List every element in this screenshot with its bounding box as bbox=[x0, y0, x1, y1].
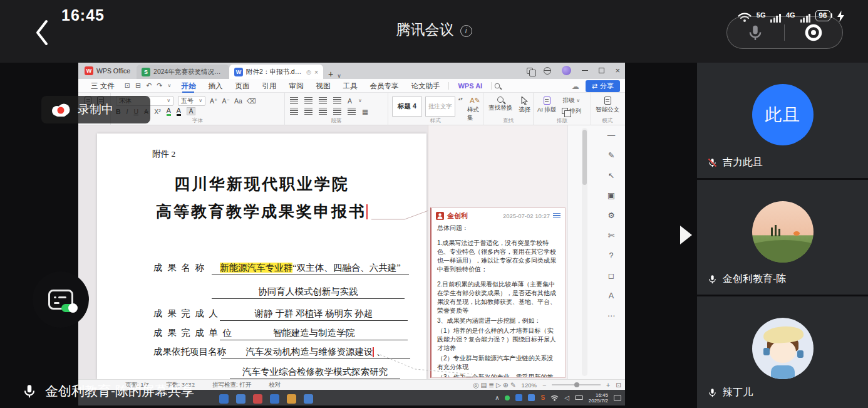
align-center-icon[interactable] bbox=[304, 108, 313, 115]
ai-layout-button[interactable]: AI 排版 bbox=[537, 97, 557, 114]
menu-home[interactable]: 开始 bbox=[175, 79, 202, 93]
minimize-button[interactable] bbox=[582, 70, 588, 71]
menu-paper-helper[interactable]: 论文助手 bbox=[405, 79, 446, 93]
tab-protect-icon[interactable]: ◎ bbox=[306, 69, 311, 75]
decrease-font-icon[interactable]: A⁻ bbox=[222, 97, 230, 105]
maximize-button[interactable] bbox=[599, 68, 604, 73]
comment-menu-icon[interactable] bbox=[553, 213, 561, 219]
sidebar-expand-arrow[interactable] bbox=[680, 226, 692, 244]
vertical-scrollbar[interactable] bbox=[582, 128, 587, 376]
side-tool-icon[interactable]: ◻ bbox=[608, 272, 614, 280]
proofread-button[interactable]: 校对 bbox=[269, 381, 281, 389]
side-tool-icon[interactable]: ▣ bbox=[607, 192, 615, 200]
align-right-icon[interactable] bbox=[319, 108, 327, 115]
taskbar-app-icon[interactable] bbox=[270, 394, 279, 404]
spellcheck-status[interactable]: 拼写检查: 打开 bbox=[212, 381, 251, 389]
document-page[interactable]: 附件 2 四川华新现代职业学院 高等教育教学成果奖申报书 成 果 名 称 新能源… bbox=[97, 133, 426, 379]
side-tool-icon[interactable]: ↖ bbox=[608, 172, 614, 180]
increase-indent-icon[interactable] bbox=[333, 97, 341, 104]
info-icon[interactable]: i bbox=[460, 25, 472, 37]
menu-reference[interactable]: 引用 bbox=[256, 79, 282, 93]
participant-tile[interactable]: 金创利教育-陈 bbox=[697, 180, 868, 295]
floating-captions-widget[interactable] bbox=[33, 271, 89, 328]
side-tool-icon[interactable]: ⚙ bbox=[607, 212, 614, 220]
side-tool-icon[interactable]: ⋯ bbox=[607, 312, 616, 320]
tray-meeting-icon[interactable] bbox=[528, 394, 535, 401]
share-button[interactable]: ⇄分享 bbox=[586, 80, 620, 92]
mic-muted-icon[interactable] bbox=[746, 23, 765, 42]
menu-tools[interactable]: 工具 bbox=[336, 79, 363, 93]
zoom-slider-handle[interactable] bbox=[574, 382, 579, 387]
outline-level-button[interactable]: 排级 ∨ bbox=[563, 97, 581, 105]
fullscreen-icon[interactable]: ⊡ bbox=[616, 381, 621, 389]
workspace-icon[interactable] bbox=[527, 68, 533, 74]
highlight-color-button[interactable]: A bbox=[167, 107, 171, 116]
side-tool-icon[interactable]: ? bbox=[609, 252, 614, 260]
style-comment-text[interactable]: 批注文字 bbox=[425, 97, 455, 117]
record-icon[interactable] bbox=[803, 23, 824, 43]
text-direction-icon[interactable]: A bbox=[348, 97, 352, 105]
taskbar-app-icon[interactable] bbox=[253, 394, 262, 404]
font-size-select[interactable]: 五号∨ bbox=[178, 96, 205, 106]
menu-wps-ai[interactable]: WPS AI bbox=[452, 79, 488, 93]
tray-clock[interactable]: 16:45 2025/7/2 bbox=[589, 392, 608, 404]
change-case-icon[interactable]: Aa bbox=[234, 97, 242, 105]
new-tab-button[interactable]: + bbox=[328, 69, 333, 79]
menu-insert[interactable]: 插入 bbox=[202, 79, 229, 93]
menu-view[interactable]: 视图 bbox=[309, 79, 336, 93]
style-scroll-arrows-icon[interactable]: ▴▾ bbox=[458, 97, 463, 102]
side-tool-icon[interactable]: ✄ bbox=[608, 232, 614, 240]
select-button[interactable]: 选择 bbox=[519, 97, 530, 114]
tab-close-icon[interactable]: × bbox=[314, 68, 318, 76]
undo-icon[interactable]: ↶ bbox=[146, 81, 152, 90]
zoom-out-button[interactable]: − bbox=[542, 381, 546, 389]
tray-green-icon[interactable] bbox=[505, 395, 510, 400]
side-tool-icon[interactable]: ✎ bbox=[608, 152, 614, 160]
tray-notification-icon[interactable] bbox=[614, 395, 621, 401]
zoom-slider[interactable] bbox=[552, 384, 601, 385]
view-mode-icons[interactable]: ◎ ▤ ≣ ▷ ⊕ ✎ bbox=[473, 381, 515, 389]
tray-blue-icon[interactable] bbox=[515, 394, 522, 401]
align-left-icon[interactable] bbox=[290, 108, 298, 115]
zoom-percent[interactable]: 120% bbox=[522, 382, 537, 389]
close-button[interactable]: × bbox=[615, 68, 620, 74]
superscript-button[interactable]: X² bbox=[154, 107, 161, 116]
line-spacing-icon[interactable] bbox=[348, 108, 356, 115]
captions-toggle[interactable] bbox=[61, 304, 76, 312]
quick-access-chevron-icon[interactable]: ∨ bbox=[168, 83, 172, 88]
document-tab-excel[interactable]: S 2024年竞赛获奖情况20250227.x bbox=[137, 65, 229, 79]
menu-file[interactable]: 三 文件 bbox=[85, 79, 121, 93]
taskbar-app-icon[interactable] bbox=[287, 394, 296, 404]
taskbar-app-icon[interactable] bbox=[236, 394, 245, 404]
decrease-indent-icon[interactable] bbox=[319, 97, 327, 104]
arrange-button[interactable]: 排列 bbox=[562, 107, 582, 115]
tray-battery-icon[interactable] bbox=[575, 395, 583, 400]
scrollbar-thumb[interactable] bbox=[582, 130, 587, 185]
document-tab-word-active[interactable]: W 附件2：申报书.docx ◎ × bbox=[229, 65, 323, 79]
align-justify-icon[interactable] bbox=[333, 108, 341, 115]
participant-tile[interactable]: 辣丁儿 bbox=[697, 296, 868, 408]
comment-card[interactable]: 金创利 2025-07-02 10:27 总体问题：1.成果写法过于普适化，没有… bbox=[430, 207, 566, 378]
menu-review[interactable]: 审阅 bbox=[282, 79, 309, 93]
side-tool-icon[interactable]: A bbox=[609, 292, 614, 300]
taskbar-app-icon[interactable] bbox=[304, 394, 313, 404]
side-tool-icon[interactable]: — bbox=[607, 132, 616, 140]
tab-list-chevron-icon[interactable]: ∨ bbox=[337, 73, 341, 79]
menu-page[interactable]: 页面 bbox=[229, 79, 256, 93]
search-icon[interactable] bbox=[495, 83, 500, 88]
print-icon[interactable]: ⊟ bbox=[135, 81, 141, 90]
wps-home-tab[interactable]: W WPS Office bbox=[78, 63, 137, 79]
clear-format-icon[interactable]: ⌫ bbox=[247, 97, 256, 105]
participant-tile[interactable]: 此且 吉力此且 bbox=[697, 63, 868, 178]
account-avatar[interactable] bbox=[562, 66, 571, 75]
bullet-list-icon[interactable] bbox=[290, 97, 298, 104]
cloud-sync-icon[interactable]: ☁ bbox=[572, 82, 579, 91]
increase-font-icon[interactable]: A⁺ bbox=[210, 97, 218, 105]
globe-icon[interactable] bbox=[544, 67, 551, 75]
zoom-in-button[interactable]: + bbox=[606, 381, 610, 389]
numbered-list-icon[interactable] bbox=[304, 97, 313, 104]
tray-volume-icon[interactable]: ◁ bbox=[564, 394, 569, 401]
find-replace-button[interactable]: 查找替换 bbox=[488, 97, 512, 112]
taskbar-app-icon[interactable] bbox=[219, 394, 229, 404]
tray-expand-icon[interactable]: ∧ bbox=[495, 394, 499, 401]
